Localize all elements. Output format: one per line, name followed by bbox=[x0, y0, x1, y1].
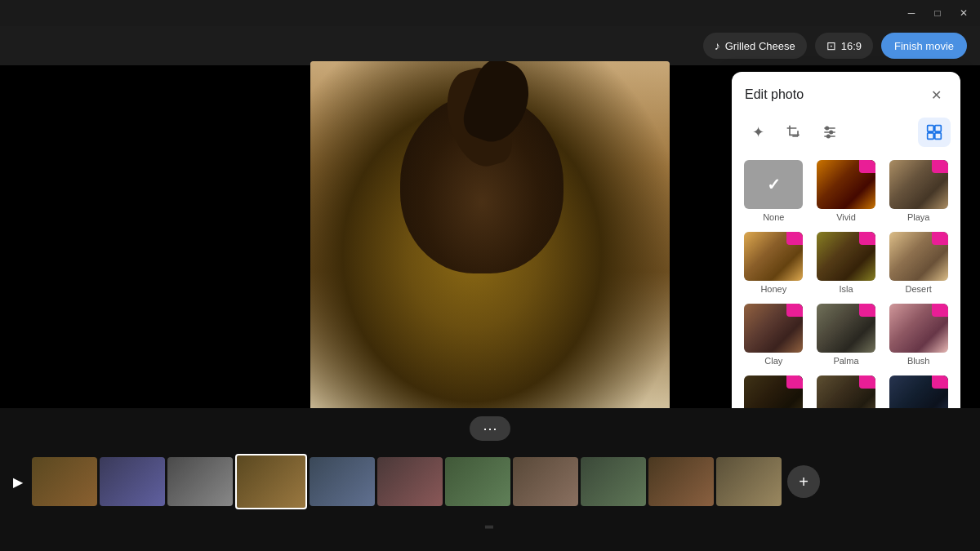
clip-3[interactable] bbox=[167, 457, 233, 506]
music-button[interactable]: ♪ Grilled Cheese bbox=[703, 33, 807, 59]
filter-playa-thumb bbox=[889, 160, 948, 209]
selected-check: ✓ bbox=[767, 175, 781, 194]
filter-clay-thumb bbox=[744, 304, 803, 353]
edit-panel-header: Edit photo ✕ bbox=[732, 72, 960, 114]
filter-vivid[interactable]: Vivid bbox=[811, 157, 882, 227]
clip-7[interactable] bbox=[445, 457, 510, 506]
svg-point-5 bbox=[827, 135, 830, 137]
dog-photo bbox=[310, 61, 670, 412]
filter-blush-label: Blush bbox=[907, 356, 930, 366]
clip-9[interactable] bbox=[581, 457, 646, 506]
tab-adjustments[interactable] bbox=[813, 118, 846, 147]
filter-isla[interactable]: Isla bbox=[811, 229, 882, 299]
filter-none[interactable]: ✓ None bbox=[738, 157, 809, 227]
tab-crop[interactable] bbox=[777, 118, 810, 147]
maximize-button[interactable]: □ bbox=[928, 3, 947, 23]
aspect-label: 16:9 bbox=[841, 40, 862, 52]
minimize-button[interactable]: ─ bbox=[902, 3, 921, 23]
close-window-button[interactable]: ✕ bbox=[954, 3, 973, 23]
filter-playa-label: Playa bbox=[907, 212, 930, 222]
filter-honey-thumb bbox=[744, 232, 803, 281]
add-clip-button[interactable]: + bbox=[787, 465, 820, 498]
filter-none-label: None bbox=[763, 212, 784, 222]
svg-point-3 bbox=[826, 127, 828, 129]
more-options-button[interactable]: ⋯ bbox=[470, 416, 510, 441]
clip-4-selected[interactable] bbox=[235, 454, 307, 509]
filter-honey-label: Honey bbox=[760, 284, 786, 294]
toolbar: ♪ Grilled Cheese ⊡ 16:9 Finish movie bbox=[0, 26, 980, 65]
scrubber-icon: ═ bbox=[485, 520, 495, 533]
filter-isla-label: Isla bbox=[839, 284, 853, 294]
video-preview bbox=[310, 61, 670, 412]
timeline-controls: ⋯ bbox=[0, 408, 980, 449]
filter-blush[interactable]: Blush bbox=[883, 300, 954, 371]
aspect-ratio-button[interactable]: ⊡ 16:9 bbox=[815, 33, 873, 59]
finish-movie-button[interactable]: Finish movie bbox=[881, 33, 967, 59]
filter-isla-thumb bbox=[817, 232, 875, 281]
clip-5[interactable] bbox=[310, 457, 375, 506]
svg-rect-8 bbox=[928, 133, 934, 140]
filter-palma-thumb bbox=[817, 304, 875, 353]
svg-point-4 bbox=[830, 131, 832, 133]
timeline-strip: ▶ bbox=[0, 449, 980, 514]
edit-panel-title: Edit photo bbox=[745, 87, 804, 102]
filter-clay[interactable]: Clay bbox=[738, 300, 809, 371]
filter-playa[interactable]: Playa bbox=[883, 157, 954, 227]
filter-desert-label: Desert bbox=[905, 284, 931, 294]
clip-6[interactable] bbox=[377, 457, 443, 506]
clip-2[interactable] bbox=[100, 457, 165, 506]
filter-vivid-thumb bbox=[817, 160, 875, 209]
filter-blush-thumb bbox=[889, 304, 948, 353]
timeline-bottom: ═ bbox=[0, 514, 980, 539]
filter-grid: ✓ None Vivid Playa Honey bbox=[732, 153, 960, 415]
svg-rect-9 bbox=[935, 133, 942, 140]
filter-palma-label: Palma bbox=[833, 356, 858, 366]
filter-none-thumb: ✓ bbox=[744, 160, 803, 209]
edit-tabs: ✦ bbox=[732, 114, 960, 153]
edit-panel-close-button[interactable]: ✕ bbox=[924, 83, 947, 106]
tab-sparkle[interactable]: ✦ bbox=[742, 118, 774, 147]
svg-rect-6 bbox=[928, 126, 934, 132]
timeline: ⋯ ▶ bbox=[0, 408, 980, 551]
clip-11[interactable] bbox=[716, 457, 782, 506]
aspect-icon: ⊡ bbox=[826, 39, 836, 52]
play-button[interactable]: ▶ bbox=[7, 470, 29, 493]
tab-filters[interactable] bbox=[918, 118, 951, 147]
music-icon: ♪ bbox=[715, 39, 720, 52]
filter-vivid-label: Vivid bbox=[836, 212, 856, 222]
edit-photo-panel: Edit photo ✕ ✦ bbox=[732, 72, 960, 431]
filter-clay-label: Clay bbox=[764, 356, 782, 366]
clip-1[interactable] bbox=[32, 457, 97, 506]
clip-10[interactable] bbox=[648, 457, 714, 506]
title-bar: ─ □ ✕ bbox=[0, 0, 980, 26]
music-label: Grilled Cheese bbox=[725, 40, 795, 52]
filter-honey[interactable]: Honey bbox=[738, 229, 809, 299]
svg-rect-7 bbox=[935, 126, 942, 132]
filter-desert-thumb bbox=[889, 232, 948, 281]
filter-palma[interactable]: Palma bbox=[811, 300, 882, 371]
clip-8[interactable] bbox=[513, 457, 578, 506]
filter-desert[interactable]: Desert bbox=[883, 229, 954, 299]
